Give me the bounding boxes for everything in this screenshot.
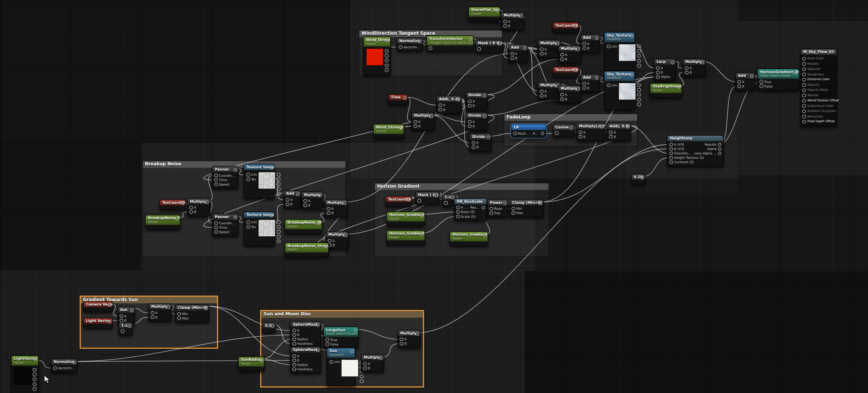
output-pin[interactable] bbox=[167, 305, 170, 309]
output-pin[interactable] bbox=[637, 83, 641, 87]
node-divide-2[interactable]: DivideAB bbox=[465, 112, 488, 131]
input-pin[interactable] bbox=[802, 104, 806, 108]
input-pin[interactable] bbox=[468, 120, 471, 124]
output-pin[interactable] bbox=[574, 68, 577, 72]
input-pin[interactable] bbox=[214, 221, 218, 225]
output-pin[interactable] bbox=[637, 64, 641, 67]
input-pin[interactable] bbox=[607, 45, 610, 48]
input-pin[interactable] bbox=[120, 319, 123, 322]
output-pin[interactable] bbox=[205, 200, 209, 204]
output-pin[interactable] bbox=[72, 361, 76, 364]
output-pin[interactable] bbox=[640, 176, 644, 179]
input-pin[interactable] bbox=[150, 311, 154, 315]
input-pin[interactable] bbox=[669, 151, 673, 155]
input-pin[interactable] bbox=[400, 337, 403, 341]
output-pin[interactable] bbox=[399, 126, 403, 130]
node-mask-g[interactable]: Mask ( G ) bbox=[415, 191, 440, 205]
input-pin-row[interactable]: Hardness bbox=[292, 367, 313, 371]
output-pin[interactable] bbox=[353, 329, 357, 332]
input-pin[interactable] bbox=[303, 199, 307, 203]
input-pin-row[interactable]: B bbox=[303, 203, 310, 207]
output-pin[interactable] bbox=[175, 217, 179, 220]
input-pin-row[interactable]: B (V3) bbox=[669, 147, 684, 151]
input-pin-row[interactable] bbox=[444, 201, 448, 205]
input-pin[interactable] bbox=[292, 342, 296, 346]
graph-canvas[interactable]: WindDirection Tangent SpaceFadeLoopBreak… bbox=[0, 0, 868, 393]
input-pin[interactable] bbox=[399, 45, 402, 49]
input-pin-row[interactable]: B bbox=[438, 107, 445, 112]
output-pin[interactable] bbox=[497, 42, 501, 45]
input-pin[interactable] bbox=[802, 78, 806, 82]
output-pin[interactable] bbox=[418, 40, 421, 43]
input-pin-row[interactable]: A bbox=[560, 53, 567, 57]
input-pin-row[interactable]: A bbox=[400, 337, 407, 341]
input-pin-row[interactable]: B bbox=[510, 56, 517, 60]
output-pin[interactable] bbox=[385, 63, 388, 67]
input-pin-row[interactable]: B bbox=[150, 315, 157, 319]
input-pin-row[interactable]: Coordinate bbox=[214, 173, 236, 177]
node-breakupnoise-strength-fade[interactable]: BreakupNoise_Strength_FadeParam bbox=[285, 243, 329, 257]
input-pin[interactable] bbox=[540, 48, 543, 51]
output-pin[interactable] bbox=[637, 102, 641, 106]
input-pin[interactable] bbox=[579, 131, 582, 134]
input-pin[interactable] bbox=[286, 198, 289, 202]
output-pin[interactable] bbox=[630, 34, 633, 38]
input-pin-row[interactable]: Scale (S) bbox=[456, 214, 476, 218]
node-texture-sample-2[interactable]: Texture SampleUVsTex bbox=[244, 212, 275, 247]
input-pin[interactable] bbox=[327, 211, 330, 215]
node-horizongradient-debug[interactable]: HorizonGradient_DebugStatic Switch Param… bbox=[757, 69, 799, 91]
input-pin[interactable] bbox=[438, 108, 442, 112]
input-pin-row[interactable]: A bbox=[472, 141, 479, 145]
input-pin-row[interactable]: Multiply (1) bbox=[513, 131, 531, 136]
output-pin[interactable] bbox=[269, 213, 273, 217]
node-texcoord-b1[interactable]: TexCoord[0] bbox=[160, 199, 186, 210]
input-pin-row[interactable]: A bbox=[468, 120, 475, 124]
input-pin[interactable] bbox=[802, 72, 806, 76]
input-pin-row[interactable]: A bbox=[656, 66, 663, 70]
node-sky-texture-1[interactable]: Sky_TextureParam2DUVs bbox=[604, 32, 635, 71]
input-pin[interactable] bbox=[513, 132, 517, 135]
input-pin[interactable] bbox=[802, 83, 806, 87]
output-pin-row[interactable]: Results bbox=[704, 142, 721, 147]
input-pin[interactable] bbox=[582, 46, 586, 50]
input-pin[interactable] bbox=[503, 20, 507, 23]
output-pin[interactable] bbox=[420, 213, 423, 217]
input-pin[interactable] bbox=[189, 210, 193, 214]
input-pin-row[interactable]: B bbox=[582, 86, 589, 90]
node-multiply-t4[interactable]: MultiplyAB bbox=[538, 82, 561, 100]
input-pin-row[interactable]: VectorInput bbox=[53, 366, 75, 370]
output-pin[interactable] bbox=[33, 387, 36, 391]
output-pin[interactable] bbox=[576, 87, 580, 91]
input-pin[interactable] bbox=[121, 329, 124, 333]
input-pin-row[interactable]: B bbox=[560, 97, 567, 101]
input-pin[interactable] bbox=[669, 143, 673, 146]
node-divide-1[interactable]: DivideAB bbox=[465, 92, 488, 110]
output-pin[interactable] bbox=[269, 166, 273, 169]
node-const-05[interactable]: 0.5 bbox=[262, 322, 276, 333]
input-pin[interactable] bbox=[329, 360, 333, 364]
input-pin-row[interactable]: B bbox=[579, 135, 585, 139]
node-lerp-1[interactable]: LerpABAlpha bbox=[654, 59, 676, 81]
input-pin[interactable] bbox=[328, 239, 332, 243]
node-add-c1[interactable]: Add(, 0.2)AB bbox=[436, 96, 462, 114]
input-pin[interactable] bbox=[246, 173, 250, 176]
node-hr-boxscale[interactable]: HR_BoxScaleA (S)ResultBase (S)Scale (S) bbox=[454, 198, 487, 221]
input-pin[interactable] bbox=[472, 141, 475, 145]
node-camera-vector[interactable]: Camera Vector bbox=[83, 301, 113, 312]
input-pin[interactable] bbox=[540, 90, 543, 93]
input-pin[interactable] bbox=[607, 83, 610, 87]
input-pin-row[interactable]: B bbox=[414, 124, 420, 128]
node-multiply-b2[interactable]: MultiplyAB bbox=[301, 191, 323, 210]
node-light-vector[interactable]: Light Vector bbox=[83, 318, 113, 329]
node-const-025[interactable]: 0.25 bbox=[631, 174, 646, 185]
input-pin-row[interactable]: UVs bbox=[607, 83, 617, 87]
input-pin-row[interactable]: A bbox=[328, 239, 335, 243]
node-multiply-r1[interactable]: MultiplyAB bbox=[682, 59, 706, 77]
node-skybrightness[interactable]: SkyBrightnessParam bbox=[650, 83, 682, 98]
input-pin[interactable] bbox=[802, 109, 806, 113]
output-pin[interactable] bbox=[277, 230, 281, 233]
input-pin-row[interactable]: Radius bbox=[292, 337, 308, 341]
input-pin-row[interactable]: B bbox=[400, 341, 407, 346]
output-pin[interactable] bbox=[277, 182, 281, 186]
input-pin-row[interactable]: A bbox=[582, 81, 589, 86]
